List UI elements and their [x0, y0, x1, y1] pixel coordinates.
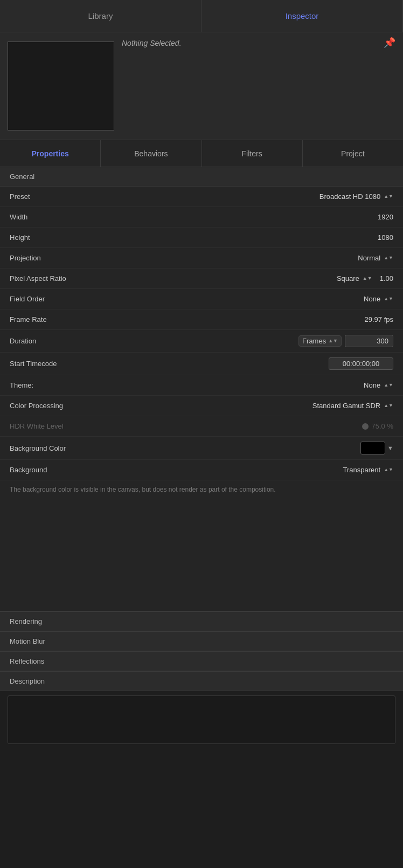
prop-value-color-processing[interactable]: Standard Gamut SDR ▲▼: [312, 402, 393, 410]
prop-row-background: Background Transparent ▲▼: [0, 460, 403, 480]
tab-library[interactable]: Library: [0, 0, 202, 32]
subtab-filters[interactable]: Filters: [202, 140, 303, 167]
prop-label-background-color: Background Color: [10, 444, 107, 452]
prop-label-theme: Theme:: [10, 381, 107, 389]
subtab-properties-label: Properties: [32, 149, 69, 158]
preview-area: Nothing Selected. 📌: [0, 32, 403, 140]
tab-inspector[interactable]: Inspector: [202, 0, 403, 32]
theme-value-text: None: [364, 381, 380, 389]
preset-stepper[interactable]: ▲▼: [384, 194, 393, 199]
prop-label-projection: Projection: [10, 254, 107, 262]
field-order-value-text: None: [364, 295, 380, 303]
prop-label-duration: Duration: [10, 337, 107, 345]
background-color-dropdown-arrow[interactable]: ▼: [387, 445, 393, 451]
prop-label-hdr-white: HDR White Level: [10, 422, 107, 430]
pixel-aspect-stepper[interactable]: ▲▼: [363, 276, 372, 281]
theme-stepper[interactable]: ▲▼: [384, 383, 393, 388]
prop-value-preset[interactable]: Broadcast HD 1080 ▲▼: [319, 192, 393, 201]
prop-value-duration[interactable]: Frames ▲▼: [298, 335, 393, 347]
prop-value-frame-rate: 29.97 fps: [365, 315, 394, 323]
projection-value-text: Normal: [358, 254, 380, 262]
prop-label-background: Background: [10, 466, 107, 474]
bottom-textarea[interactable]: [8, 695, 395, 744]
tab-inspector-label: Inspector: [286, 11, 319, 20]
general-section-header: General: [0, 167, 403, 187]
width-value-text: 1920: [378, 213, 393, 221]
general-section-spacer: [0, 503, 403, 611]
pixel-aspect-value-text: 1.00: [380, 274, 393, 283]
background-color-swatch[interactable]: ▼: [360, 442, 393, 454]
section-motion-blur-label: Motion Blur: [10, 637, 45, 645]
prop-row-duration: Duration Frames ▲▼: [0, 330, 403, 353]
section-rendering[interactable]: Rendering: [0, 611, 403, 631]
prop-value-background-color[interactable]: ▼: [360, 442, 393, 454]
tab-library-label: Library: [88, 11, 113, 20]
duration-frames-label: Frames: [302, 337, 326, 345]
subtab-filters-label: Filters: [242, 149, 262, 158]
prop-row-background-color: Background Color ▼: [0, 437, 403, 460]
prop-row-field-order: Field Order None ▲▼: [0, 289, 403, 309]
section-description-label: Description: [10, 677, 45, 685]
subtab-behaviors-label: Behaviors: [134, 149, 168, 158]
subtab-behaviors[interactable]: Behaviors: [101, 140, 202, 167]
prop-row-height: Height 1080: [0, 228, 403, 248]
subtab-properties[interactable]: Properties: [0, 140, 101, 167]
prop-row-hdr-white: HDR White Level 75.0 %: [0, 416, 403, 437]
tab-bar: Library Inspector: [0, 0, 403, 32]
duration-input[interactable]: [345, 335, 393, 347]
preview-thumbnail: [8, 42, 114, 130]
prop-value-hdr-white: 75.0 %: [362, 422, 393, 430]
prop-value-width: 1920: [378, 213, 393, 221]
section-reflections-label: Reflections: [10, 657, 44, 665]
prop-value-projection[interactable]: Normal ▲▼: [358, 254, 393, 262]
prop-value-start-timecode[interactable]: [329, 357, 393, 370]
prop-value-field-order[interactable]: None ▲▼: [364, 295, 393, 303]
prop-value-background[interactable]: Transparent ▲▼: [343, 466, 393, 474]
prop-label-field-order: Field Order: [10, 295, 107, 303]
bottom-section: [0, 691, 403, 748]
prop-row-projection: Projection Normal ▲▼: [0, 248, 403, 268]
section-reflections[interactable]: Reflections: [0, 651, 403, 671]
field-order-stepper[interactable]: ▲▼: [384, 297, 393, 301]
start-timecode-input[interactable]: [329, 357, 393, 370]
section-description[interactable]: Description: [0, 671, 403, 691]
hdr-white-value-text: 75.0 %: [372, 422, 393, 430]
prop-value-theme[interactable]: None ▲▼: [364, 381, 393, 389]
height-value-text: 1080: [378, 233, 393, 242]
prop-value-pixel-aspect[interactable]: Square ▲▼ 1.00: [337, 274, 393, 283]
preview-title: Nothing Selected.: [122, 39, 182, 47]
section-rendering-label: Rendering: [10, 617, 42, 625]
properties-section: Preset Broadcast HD 1080 ▲▼ Width 1920 H…: [0, 187, 403, 611]
prop-row-pixel-aspect: Pixel Aspect Ratio Square ▲▼ 1.00: [0, 268, 403, 289]
prop-label-height: Height: [10, 233, 107, 242]
description-note: The background color is visible in the c…: [0, 480, 403, 503]
prop-value-height: 1080: [378, 233, 393, 242]
prop-row-frame-rate: Frame Rate 29.97 fps: [0, 309, 403, 330]
color-processing-value-text: Standard Gamut SDR: [312, 402, 380, 410]
background-stepper[interactable]: ▲▼: [384, 467, 393, 472]
prop-row-preset: Preset Broadcast HD 1080 ▲▼: [0, 187, 403, 207]
subtab-project[interactable]: Project: [303, 140, 403, 167]
prop-label-pixel-aspect: Pixel Aspect Ratio: [10, 274, 107, 283]
prop-row-start-timecode: Start Timecode: [0, 353, 403, 375]
prop-label-width: Width: [10, 213, 107, 221]
frame-rate-value-text: 29.97 fps: [365, 315, 394, 323]
preset-value-text: Broadcast HD 1080: [319, 192, 380, 201]
prop-row-width: Width 1920: [0, 207, 403, 228]
subtab-bar: Properties Behaviors Filters Project: [0, 140, 403, 167]
projection-stepper[interactable]: ▲▼: [384, 256, 393, 260]
prop-label-preset: Preset: [10, 192, 107, 201]
section-motion-blur[interactable]: Motion Blur: [0, 631, 403, 651]
general-header-label: General: [10, 173, 34, 181]
background-color-box[interactable]: [360, 442, 385, 454]
duration-frames-stepper[interactable]: Frames ▲▼: [298, 335, 342, 347]
color-processing-stepper[interactable]: ▲▼: [384, 403, 393, 408]
pin-icon: 📌: [384, 37, 395, 49]
prop-label-frame-rate: Frame Rate: [10, 315, 107, 323]
prop-label-color-processing: Color Processing: [10, 402, 107, 410]
background-value-text: Transparent: [343, 466, 381, 474]
hdr-white-toggle: [362, 423, 369, 430]
pixel-aspect-square-text: Square: [337, 274, 359, 283]
prop-label-start-timecode: Start Timecode: [10, 360, 107, 368]
subtab-project-label: Project: [341, 149, 365, 158]
